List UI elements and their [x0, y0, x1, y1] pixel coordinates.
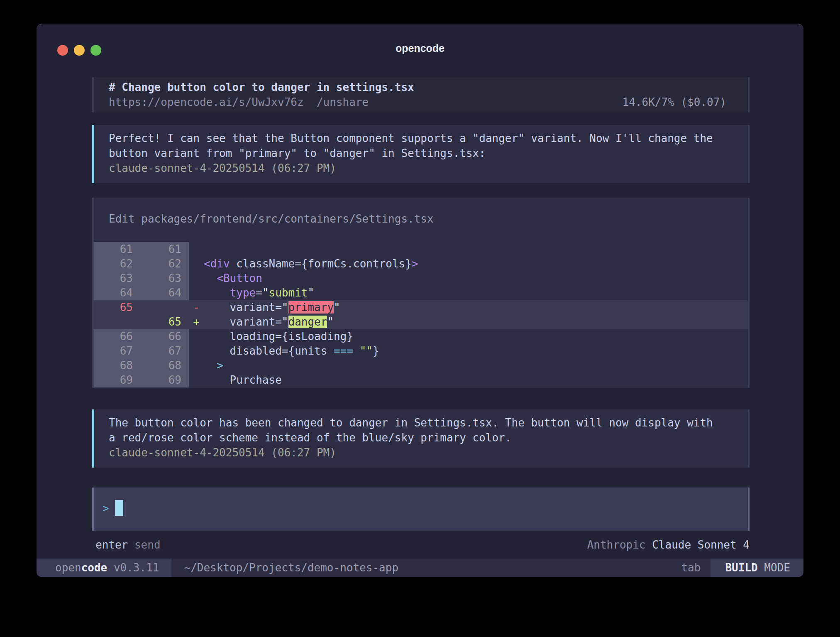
url-gap	[304, 95, 317, 110]
diff-gutter	[181, 242, 189, 257]
opencode-window: opencode # Change button color to danger…	[37, 24, 803, 577]
window-title: opencode	[37, 41, 803, 56]
status-bar-spacer	[398, 559, 681, 577]
assistant-message-meta: claude-sonnet-4-20250514 (06:27 PM)	[109, 161, 723, 176]
diff-row: 6161	[94, 242, 748, 257]
send-hint: enter send	[95, 537, 161, 552]
diff-code-line: <div className={formCs.controls}>	[204, 257, 418, 271]
diff-gutter	[189, 271, 204, 286]
diff-gutter	[181, 300, 189, 315]
assistant-message-text: The button color has been changed to dan…	[109, 415, 723, 445]
diff-gutter	[133, 300, 181, 315]
diff-row: 6666 loading={isLoading}	[94, 329, 748, 344]
model-indicator: Anthropic Claude Sonnet 4	[587, 537, 750, 552]
diff-gutter: 65	[94, 300, 133, 315]
unshare-action[interactable]: /unshare	[317, 95, 369, 110]
diff-gutter: +	[189, 315, 204, 329]
mode-chip: BUILD MODE	[711, 559, 803, 577]
assistant-message: Perfect! I can see that the Button compo…	[92, 125, 750, 183]
diff-gutter	[189, 344, 204, 358]
diff-gutter	[181, 344, 189, 358]
mode-secondary: MODE	[758, 561, 790, 574]
diff-row: 6262<div className={formCs.controls}>	[94, 257, 748, 271]
diff-gutter: 64	[94, 286, 133, 300]
diff-gutter	[189, 257, 204, 271]
diff-row: 65+ variant="danger"	[94, 315, 748, 329]
diff-view: 61616262<div className={formCs.controls}…	[94, 242, 748, 387]
diff-gutter: 62	[133, 257, 181, 271]
diff-row: 6363 <Button	[94, 271, 748, 286]
diff-gutter	[181, 257, 189, 271]
diff-code-line: disabled={units === ""}	[204, 344, 379, 358]
diff-row: 6464 type="submit"	[94, 286, 748, 300]
prompt-caret: >	[103, 502, 109, 514]
diff-gutter: 63	[94, 271, 133, 286]
diff-row: 6969 Purchase	[94, 373, 748, 387]
diff-code-line: loading={isLoading}	[204, 329, 353, 344]
diff-gutter: 62	[94, 257, 133, 271]
session-title: # Change button color to danger in setti…	[109, 80, 726, 95]
diff-gutter	[189, 242, 204, 257]
diff-gutter: 67	[94, 344, 133, 358]
diff-gutter	[189, 286, 204, 300]
diff-gutter: 66	[133, 329, 181, 344]
app-name-bold: code	[81, 561, 107, 574]
diff-gutter	[181, 373, 189, 387]
assistant-message-meta: claude-sonnet-4-20250514 (06:27 PM)	[109, 445, 723, 460]
diff-gutter: 65	[133, 315, 181, 329]
edit-tool-block: Edit packages/frontend/src/containers/Se…	[92, 198, 750, 388]
window-titlebar: opencode	[37, 24, 803, 64]
diff-gutter	[189, 373, 204, 387]
session-meta-row: https://opencode.ai/s/UwJxv76z /unshare …	[109, 95, 726, 110]
assistant-message: The button color has been changed to dan…	[92, 409, 750, 468]
status-bar: opencode v0.3.11 ~/Desktop/Projects/demo…	[37, 559, 803, 577]
diff-row: 65- variant="primary"	[94, 300, 748, 315]
assistant-message-text: Perfect! I can see that the Button compo…	[109, 131, 723, 161]
send-hint-action: send	[134, 539, 161, 551]
app-version: v0.3.11	[107, 561, 159, 574]
diff-code-line: variant="danger"	[204, 315, 334, 329]
diff-gutter	[181, 358, 189, 373]
share-url[interactable]: https://opencode.ai/s/UwJxv76z	[109, 95, 304, 110]
model-provider: Anthropic	[587, 539, 646, 551]
diff-gutter: 61	[94, 242, 133, 257]
app-version-chip: opencode v0.3.11	[37, 559, 171, 577]
hint-row: enter send Anthropic Claude Sonnet 4	[92, 537, 750, 552]
diff-row: 6868 >	[94, 358, 748, 373]
diff-gutter: 63	[133, 271, 181, 286]
prompt-input[interactable]: >	[92, 488, 750, 531]
diff-gutter: -	[189, 300, 204, 315]
diff-gutter	[189, 358, 204, 373]
diff-row: 6767 disabled={units === ""}	[94, 344, 748, 358]
app-name-light: open	[55, 561, 81, 574]
mode-primary: BUILD	[725, 561, 757, 574]
diff-gutter	[181, 271, 189, 286]
diff-gutter	[181, 315, 189, 329]
diff-gutter: 66	[94, 329, 133, 344]
diff-gutter: 67	[133, 344, 181, 358]
diff-code-line: >	[204, 358, 223, 373]
diff-gutter	[189, 329, 204, 344]
working-directory: ~/Desktop/Projects/demo-notes-app	[184, 559, 398, 577]
model-name: Claude Sonnet 4	[652, 539, 750, 551]
diff-gutter: 69	[133, 373, 181, 387]
context-usage-stats: 14.6K/7% ($0.07)	[623, 95, 726, 110]
session-header: # Change button color to danger in setti…	[92, 77, 750, 113]
text-cursor	[115, 500, 123, 516]
send-hint-key: enter	[95, 539, 128, 551]
diff-gutter: 68	[133, 358, 181, 373]
diff-gutter: 68	[94, 358, 133, 373]
edit-tool-title: Edit packages/frontend/src/containers/Se…	[94, 211, 748, 226]
diff-code-line: <Button	[204, 271, 262, 286]
diff-gutter	[181, 286, 189, 300]
diff-gutter: 64	[133, 286, 181, 300]
diff-code-line: variant="primary"	[204, 300, 340, 315]
mode-switch-key-hint: tab	[681, 559, 701, 577]
diff-gutter	[94, 315, 133, 329]
diff-gutter: 61	[133, 242, 181, 257]
diff-gutter: 69	[94, 373, 133, 387]
diff-code-line: Purchase	[204, 373, 282, 387]
diff-code-line: type="submit"	[204, 286, 314, 300]
diff-gutter	[181, 329, 189, 344]
